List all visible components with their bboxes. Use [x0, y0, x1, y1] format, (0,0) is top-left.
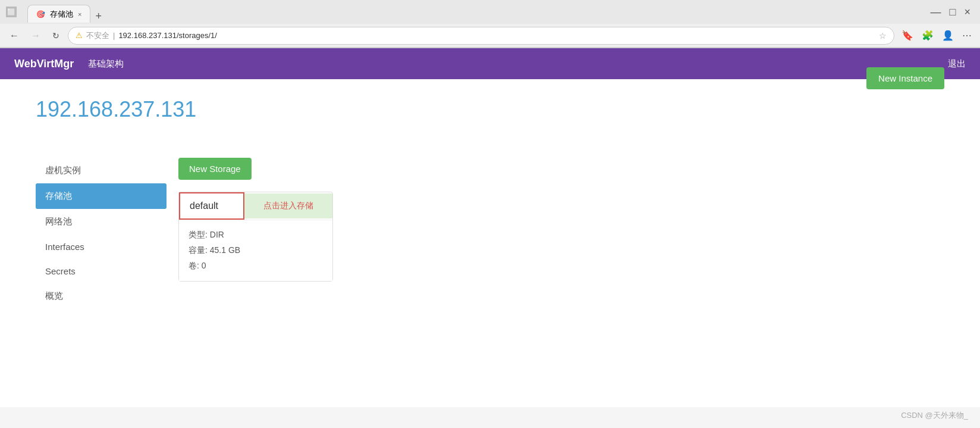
- sidebar-item-secrets[interactable]: Secrets: [36, 259, 167, 283]
- tab-icon: 🎯: [36, 10, 45, 18]
- sidebar-item-vms[interactable]: 虚机实例: [36, 158, 167, 183]
- app-navbar: WebVirtMgr 基础架构 退出: [0, 48, 980, 79]
- window-controls-right: — □ ×: [927, 6, 974, 18]
- tab-close-btn[interactable]: ×: [78, 11, 81, 18]
- app-logo: WebVirtMgr: [14, 58, 74, 70]
- refresh-btn[interactable]: ↻: [49, 30, 63, 42]
- bookmark-btn[interactable]: 🔖: [899, 29, 916, 42]
- footer-watermark: CSDN @天外来物_: [901, 410, 968, 421]
- sidebar-item-interfaces[interactable]: Interfaces: [36, 235, 167, 259]
- url-text: 192.168.237.131/storages/1/: [118, 31, 875, 40]
- maximize-btn[interactable]: □: [946, 6, 960, 18]
- storage-capacity: 容量: 45.1 GB: [189, 245, 323, 256]
- storage-panel: New Storage default 点击进入存储 类型: DIR 容量: 4…: [167, 158, 944, 309]
- storage-enter-link[interactable]: 点击进入存储: [244, 193, 332, 218]
- window-controls-left: ⬜: [6, 7, 17, 17]
- bookmark-star-icon[interactable]: ☆: [879, 31, 887, 40]
- new-tab-btn[interactable]: +: [90, 10, 106, 23]
- extensions-btn[interactable]: 🧩: [919, 29, 936, 42]
- more-btn[interactable]: ⋯: [960, 29, 974, 42]
- storage-type: 类型: DIR: [189, 230, 323, 240]
- storage-card-body: 类型: DIR 容量: 45.1 GB 卷: 0: [179, 220, 332, 281]
- sidebar-item-storage[interactable]: 存储池: [36, 183, 167, 209]
- new-storage-btn[interactable]: New Storage: [178, 158, 252, 180]
- close-btn[interactable]: ×: [960, 6, 974, 18]
- storage-card-header: default 点击进入存储: [179, 192, 332, 220]
- sidebar: 虚机实例 存储池 网络池 Interfaces Secrets 概览: [36, 158, 167, 309]
- storage-card: default 点击进入存储 类型: DIR 容量: 45.1 GB 卷: 0: [178, 192, 333, 282]
- content-area: 虚机实例 存储池 网络池 Interfaces Secrets 概览 New S…: [36, 158, 944, 309]
- url-pipe: |: [113, 31, 115, 40]
- infra-nav-link[interactable]: 基础架构: [88, 58, 124, 70]
- browser-actions: 🔖 🧩 👤 ⋯: [899, 29, 974, 42]
- tab-title: 存储池: [50, 9, 73, 20]
- sidebar-toggle-btn[interactable]: ⬜: [6, 7, 17, 17]
- insecure-icon: ⚠: [76, 31, 83, 40]
- url-bar[interactable]: ⚠ 不安全 | 192.168.237.131/storages/1/ ☆: [68, 27, 894, 45]
- storage-name[interactable]: default: [179, 192, 244, 220]
- browser-chrome: ⬜ 🎯 存储池 × + — □ × ← → ↻ ⚠ 不安全 | 192.168.…: [0, 0, 980, 48]
- nav-left: WebVirtMgr 基础架构: [14, 58, 124, 70]
- active-tab[interactable]: 🎯 存储池 ×: [27, 5, 90, 23]
- title-bar: ⬜ 🎯 存储池 × + — □ ×: [0, 0, 980, 24]
- minimize-btn[interactable]: —: [927, 6, 945, 18]
- new-instance-btn[interactable]: New Instance: [866, 67, 944, 89]
- logout-btn[interactable]: 退出: [948, 58, 966, 70]
- sidebar-item-network[interactable]: 网络池: [36, 209, 167, 235]
- main-content: 192.168.237.131 New Instance 虚机实例 存储池 网络…: [0, 79, 980, 407]
- profile-btn[interactable]: 👤: [940, 29, 956, 42]
- insecure-label: 不安全: [86, 30, 109, 41]
- sidebar-item-overview[interactable]: 概览: [36, 283, 167, 309]
- address-bar: ← → ↻ ⚠ 不安全 | 192.168.237.131/storages/1…: [0, 24, 980, 48]
- server-ip-title: 192.168.237.131: [36, 97, 196, 122]
- forward-btn[interactable]: →: [27, 29, 44, 42]
- nav-right: 退出: [948, 58, 966, 70]
- storage-volumes: 卷: 0: [189, 261, 323, 271]
- back-btn[interactable]: ←: [6, 29, 23, 42]
